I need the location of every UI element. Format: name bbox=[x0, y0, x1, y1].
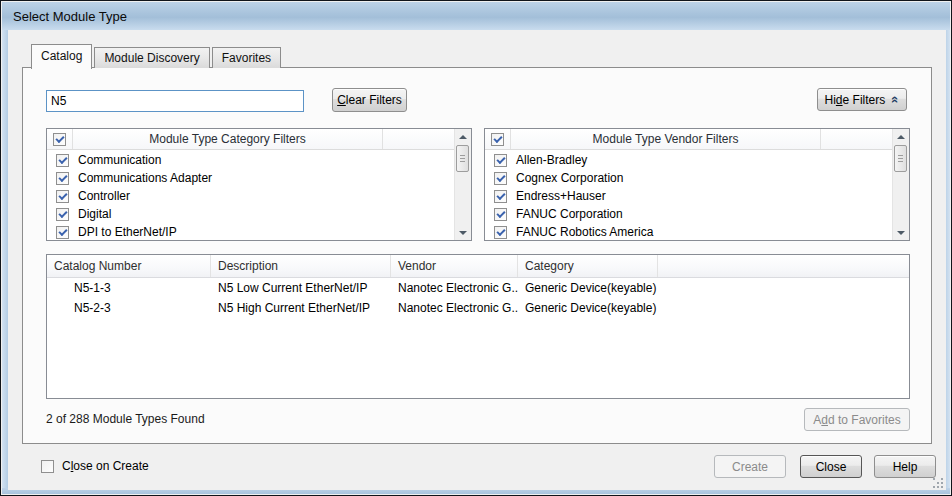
filter-item-label: Communications Adapter bbox=[78, 171, 212, 185]
cell-category: Generic Device(keyable) bbox=[518, 301, 658, 315]
vendor-select-all-checkbox[interactable] bbox=[491, 133, 504, 146]
scroll-up-button[interactable] bbox=[893, 129, 909, 144]
column-header-vendor[interactable]: Vendor bbox=[391, 255, 518, 277]
dialog-title: Select Module Type bbox=[13, 9, 127, 24]
vendor-filter-list: Module Type Vendor Filters Allen-Bradley… bbox=[484, 128, 910, 241]
hide-filters-button[interactable]: Hide Filters « bbox=[817, 88, 907, 111]
search-input[interactable] bbox=[46, 90, 304, 112]
filter-item-checkbox[interactable] bbox=[56, 172, 69, 185]
vendor-header-empty-column bbox=[820, 129, 892, 149]
resize-grip[interactable] bbox=[931, 476, 943, 488]
category-filter-title: Module Type Category Filters bbox=[73, 132, 382, 146]
filter-item[interactable]: Endress+Hauser bbox=[485, 187, 892, 205]
filter-item[interactable]: Communication bbox=[47, 151, 454, 169]
filter-item[interactable]: Communications Adapter bbox=[47, 169, 454, 187]
scroll-down-button[interactable] bbox=[455, 225, 471, 240]
filter-item-checkbox[interactable] bbox=[494, 172, 507, 185]
filter-item[interactable]: FANUC Corporation bbox=[485, 205, 892, 223]
filter-item-label: Communication bbox=[78, 153, 161, 167]
filter-item-checkbox[interactable] bbox=[56, 190, 69, 203]
filter-item[interactable]: Allen-Bradley bbox=[485, 151, 892, 169]
result-row[interactable]: N5-1-3N5 Low Current EtherNet/IPNanotec … bbox=[47, 278, 909, 298]
scrollbar-thumb[interactable] bbox=[894, 145, 907, 172]
filter-item-checkbox[interactable] bbox=[494, 190, 507, 203]
cell-catalog-number: N5-1-3 bbox=[47, 281, 211, 295]
filter-item-checkbox[interactable] bbox=[494, 154, 507, 167]
results-table-header: Catalog Number Description Vendor Catego… bbox=[47, 255, 909, 278]
column-header-category[interactable]: Category bbox=[518, 255, 658, 277]
tab-strip: Catalog Module Discovery Favorites bbox=[31, 43, 283, 68]
close-on-create-option[interactable]: Close on Create bbox=[41, 459, 149, 473]
scroll-up-button[interactable] bbox=[455, 129, 471, 144]
result-row[interactable]: N5-2-3N5 High Current EtherNet/IPNanotec… bbox=[47, 298, 909, 318]
filter-item-label: Controller bbox=[78, 189, 130, 203]
clear-filters-button[interactable]: Clear Filters bbox=[332, 88, 407, 112]
scroll-down-button[interactable] bbox=[893, 225, 909, 240]
filter-item-checkbox[interactable] bbox=[494, 208, 507, 221]
vendor-filter-header: Module Type Vendor Filters bbox=[485, 129, 892, 150]
category-header-empty-column bbox=[382, 129, 454, 149]
help-button[interactable]: Help bbox=[874, 455, 936, 478]
scrollbar-thumb[interactable] bbox=[456, 145, 469, 172]
filter-item-checkbox[interactable] bbox=[56, 226, 69, 239]
results-table: Catalog Number Description Vendor Catego… bbox=[46, 254, 910, 399]
vendor-filter-items: Allen-BradleyCognex CorporationEndress+H… bbox=[485, 151, 892, 240]
dialog-client-area: Catalog Module Discovery Favorites Clear… bbox=[8, 30, 946, 490]
arrow-up-icon bbox=[897, 135, 905, 139]
create-button[interactable]: Create bbox=[714, 455, 786, 478]
category-filter-header: Module Type Category Filters bbox=[47, 129, 454, 150]
vendor-list-scrollbar[interactable] bbox=[892, 129, 909, 240]
cell-vendor: Nanotec Electronic G... bbox=[391, 281, 518, 295]
filter-item[interactable]: Digital bbox=[47, 205, 454, 223]
cell-description: N5 High Current EtherNet/IP bbox=[211, 301, 391, 315]
filter-item-checkbox[interactable] bbox=[494, 226, 507, 239]
cell-vendor: Nanotec Electronic G... bbox=[391, 301, 518, 315]
column-header-catalog-number[interactable]: Catalog Number bbox=[47, 255, 211, 277]
category-filter-list: Module Type Category Filters Communicati… bbox=[46, 128, 472, 241]
cell-catalog-number: N5-2-3 bbox=[47, 301, 211, 315]
filter-item-label: FANUC Corporation bbox=[516, 207, 623, 221]
tab-favorites[interactable]: Favorites bbox=[212, 47, 281, 68]
close-button[interactable]: Close bbox=[800, 455, 862, 478]
tab-module-discovery[interactable]: Module Discovery bbox=[94, 47, 209, 68]
filter-item[interactable]: Controller bbox=[47, 187, 454, 205]
column-header-description[interactable]: Description bbox=[211, 255, 391, 277]
arrow-down-icon bbox=[459, 231, 467, 235]
chevrons-up-icon: « bbox=[888, 96, 903, 103]
filter-item[interactable]: Cognex Corporation bbox=[485, 169, 892, 187]
filter-item[interactable]: FANUC Robotics America bbox=[485, 223, 892, 240]
category-select-all-checkbox[interactable] bbox=[53, 133, 66, 146]
cell-category: Generic Device(keyable) bbox=[518, 281, 658, 295]
results-table-body: N5-1-3N5 Low Current EtherNet/IPNanotec … bbox=[47, 278, 909, 318]
dialog-titlebar[interactable]: Select Module Type bbox=[2, 2, 950, 30]
filter-item-label: FANUC Robotics America bbox=[516, 225, 653, 239]
arrow-up-icon bbox=[459, 135, 467, 139]
filter-item-label: Endress+Hauser bbox=[516, 189, 606, 203]
filter-item-label: Digital bbox=[78, 207, 111, 221]
filter-item-label: Cognex Corporation bbox=[516, 171, 623, 185]
filter-item[interactable]: DPI to EtherNet/IP bbox=[47, 223, 454, 240]
close-on-create-label: Close on Create bbox=[62, 459, 149, 473]
cell-description: N5 Low Current EtherNet/IP bbox=[211, 281, 391, 295]
filter-item-label: Allen-Bradley bbox=[516, 153, 587, 167]
filter-item-checkbox[interactable] bbox=[56, 208, 69, 221]
add-to-favorites-button[interactable]: Add to Favorites bbox=[804, 408, 910, 431]
vendor-filter-title: Module Type Vendor Filters bbox=[511, 132, 820, 146]
catalog-tab-page: Clear Filters Hide Filters « Module Type… bbox=[22, 67, 932, 444]
select-module-type-dialog: Select Module Type Catalog Module Discov… bbox=[0, 0, 952, 496]
category-filter-items: CommunicationCommunications AdapterContr… bbox=[47, 151, 454, 240]
column-header-filler bbox=[658, 255, 909, 277]
module-types-found-status: 2 of 288 Module Types Found bbox=[46, 412, 205, 426]
close-on-create-checkbox[interactable] bbox=[41, 460, 54, 473]
tab-catalog[interactable]: Catalog bbox=[31, 44, 92, 69]
category-list-scrollbar[interactable] bbox=[454, 129, 471, 240]
filter-item-label: DPI to EtherNet/IP bbox=[78, 225, 177, 239]
arrow-down-icon bbox=[897, 231, 905, 235]
filter-item-checkbox[interactable] bbox=[56, 154, 69, 167]
